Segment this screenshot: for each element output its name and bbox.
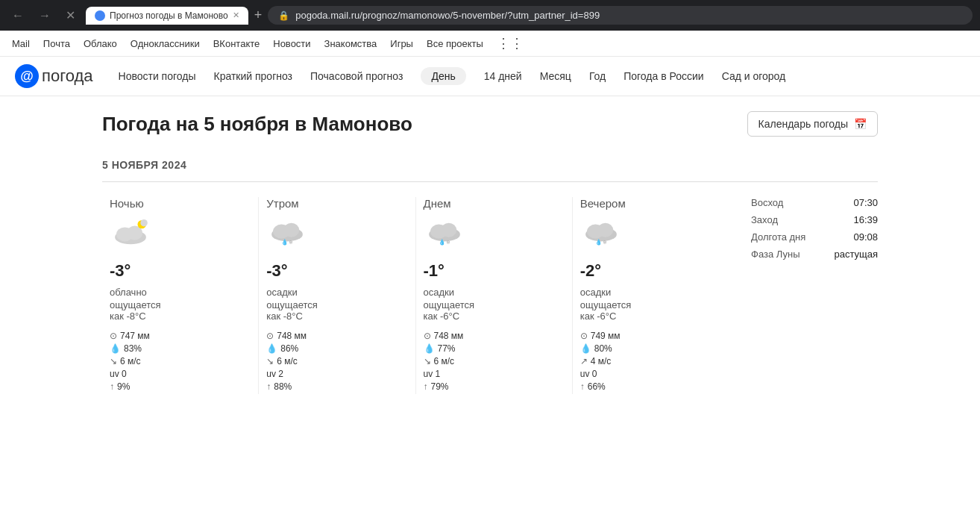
evening-desc: осадки [580, 287, 721, 298]
top-nav-novosti[interactable]: Новости [273, 38, 310, 49]
evening-wind-value: 4 м/с [591, 356, 612, 366]
pressure-icon-m: ⊙ [266, 331, 274, 341]
morning-precip-value: 88% [274, 381, 292, 392]
back-button[interactable]: ← [7, 7, 28, 24]
svg-text:💧: 💧 [439, 238, 446, 246]
all-projects-dots[interactable]: ⋮⋮ [497, 35, 524, 52]
top-nav-oblako[interactable]: Облако [84, 38, 117, 49]
weather-icon-afternoon: 💧 ❄ [424, 219, 465, 254]
nav-kratkiy-prognoz[interactable]: Краткий прогноз [213, 70, 292, 82]
browser-chrome: ← → ✕ Прогноз погоды в Мамоново ✕ + 🔒 po… [0, 0, 980, 31]
time-slot-evening: Вечером 💧 ❄ -2° осадки ощущаетсякак -6°C [573, 197, 729, 394]
nav-god[interactable]: Год [589, 70, 606, 82]
reload-button[interactable]: ✕ [61, 7, 80, 24]
page-content: Погода на 5 ноября в Мамоново Календарь … [80, 96, 900, 424]
top-nav-pochta[interactable]: Почта [43, 38, 70, 49]
afternoon-temperature: -1° [424, 261, 565, 281]
afternoon-feels: ощущаетсякак -6°C [424, 299, 565, 322]
svg-point-12 [441, 223, 456, 237]
svg-text:❄: ❄ [289, 240, 293, 245]
evening-humidity: 💧 80% [580, 343, 721, 354]
calendar-button[interactable]: Календарь погоды 📅 [747, 111, 878, 137]
morning-desc: осадки [266, 287, 407, 298]
evening-temperature: -2° [580, 261, 721, 281]
morning-pressure: ⊙ 748 мм [266, 331, 407, 341]
logo-text: погода [42, 66, 93, 86]
top-nav-vse-proekty[interactable]: Все проекты [427, 38, 483, 49]
humidity-icon-e: 💧 [580, 343, 591, 354]
top-nav-vkontakte[interactable]: ВКонтакте [213, 38, 260, 49]
nav-mesyac[interactable]: Месяц [540, 70, 571, 82]
afternoon-pressure: ⊙ 748 мм [424, 331, 565, 341]
night-wind-value: 6 м/с [120, 356, 141, 366]
nav-pochasovoy-prognoz[interactable]: Почасовой прогноз [310, 70, 403, 82]
night-desc: облачно [110, 287, 251, 298]
night-temperature: -3° [110, 261, 251, 281]
afternoon-desc: осадки [424, 287, 565, 298]
night-uv-value: uv 0 [110, 369, 127, 379]
time-slot-morning: Утром 💧 ❄ -3° осадки ощущаетсякак -8°C [259, 197, 415, 394]
top-nav-odnoklassniki[interactable]: Одноклассники [131, 38, 200, 49]
evening-precip-value: 66% [588, 381, 606, 392]
top-nav-igry[interactable]: Игры [390, 38, 413, 49]
night-feels: ощущаетсякак -8°C [110, 299, 251, 322]
night-wind: ↘ 6 м/с [110, 356, 251, 366]
evening-feels: ощущаетсякак -6°C [580, 299, 721, 322]
wind-icon-a: ↘ [424, 356, 431, 366]
morning-uv-value: uv 2 [266, 369, 283, 379]
nav-pogoda-v-rossii[interactable]: Погода в России [624, 70, 703, 82]
nav-sad-i-ogorod[interactable]: Сад и огород [722, 70, 786, 82]
morning-humidity-value: 86% [280, 343, 298, 354]
weather-icon-night [110, 219, 151, 254]
evening-pressure: ⊙ 749 мм [580, 331, 721, 341]
main-nav: @ погода Новости погоды Краткий прогноз … [0, 57, 980, 96]
svg-point-17 [597, 223, 613, 237]
time-slot-afternoon-label: Днем [424, 197, 565, 210]
sunset-value: 16:39 [853, 214, 878, 225]
logo: @ погода [15, 64, 93, 88]
top-nav: Mail Почта Облако Одноклассники ВКонтакт… [0, 31, 980, 57]
svg-text:💧: 💧 [595, 238, 603, 246]
afternoon-humidity: 💧 77% [424, 343, 565, 354]
weather-grid: Ночью -3° облачно ощущаетсякак - [102, 197, 878, 394]
night-precip-value: 9% [117, 381, 130, 392]
top-nav-znakomstva[interactable]: Знакомства [324, 38, 377, 49]
moon-label: Фаза Луны [751, 249, 800, 260]
nav-novosti-pogody[interactable]: Новости погоды [119, 70, 196, 82]
time-slots: Ночью -3° облачно ощущаетсякак - [102, 197, 729, 394]
humidity-icon: 💧 [110, 343, 121, 354]
morning-feels: ощущаетсякак -8°C [266, 299, 407, 322]
humidity-icon-a: 💧 [424, 343, 435, 354]
pressure-icon: ⊙ [110, 331, 117, 341]
top-nav-mail[interactable]: Mail [12, 38, 30, 49]
address-bar[interactable]: 🔒 pogoda.mail.ru/prognoz/mamonowo/5-nove… [268, 6, 973, 25]
svg-point-4 [140, 219, 148, 227]
evening-pressure-value: 749 мм [591, 331, 621, 341]
evening-humidity-value: 80% [594, 343, 612, 354]
time-slot-night: Ночью -3° облачно ощущаетсякак - [102, 197, 259, 394]
time-slot-evening-label: Вечером [580, 197, 721, 210]
precip-icon-a: ↑ [424, 381, 428, 392]
browser-tab[interactable]: Прогноз погоды в Мамоново ✕ [86, 7, 248, 25]
night-pressure-value: 747 мм [120, 331, 150, 341]
svg-text:❄: ❄ [445, 240, 450, 245]
afternoon-precip-value: 79% [431, 381, 449, 392]
precip-icon: ↑ [110, 381, 114, 392]
new-tab-button[interactable]: + [254, 7, 263, 23]
afternoon-humidity-value: 77% [438, 343, 456, 354]
forward-button[interactable]: → [34, 7, 55, 24]
afternoon-pressure-value: 748 мм [434, 331, 464, 341]
afternoon-wind: ↘ 6 м/с [424, 356, 565, 366]
calendar-btn-label: Календарь погоды [758, 118, 848, 130]
evening-precip: ↑ 66% [580, 381, 721, 392]
weather-divider [102, 181, 878, 182]
logo-icon: @ [15, 64, 39, 88]
nav-den[interactable]: День [421, 67, 465, 85]
tab-favicon [95, 10, 105, 21]
morning-uv: uv 2 [266, 369, 407, 379]
url-text: pogoda.mail.ru/prognoz/mamonowo/5-novemb… [295, 10, 600, 21]
evening-wind: ↗ 4 м/с [580, 356, 721, 366]
tab-close-button[interactable]: ✕ [233, 10, 239, 20]
evening-uv-value: uv 0 [580, 369, 597, 379]
nav-14-dney[interactable]: 14 дней [484, 70, 522, 82]
